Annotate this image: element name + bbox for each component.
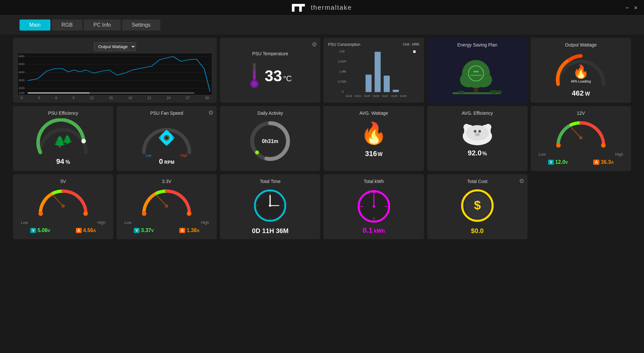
svg-text:100: 100 [19,91,24,95]
avg-wattage-title: AVG. Wattage [360,111,388,116]
tt-logo-icon [292,4,305,12]
tab-rgb[interactable]: RGB [52,20,83,31]
eff-value: 94 [56,157,64,166]
v12-title: 12V [577,111,585,116]
svg-rect-34 [366,75,372,92]
svg-rect-102 [371,190,376,193]
svg-point-79 [556,143,561,148]
kwh-svg [353,187,395,226]
output-wattage-gauge-card: Output Wattage 🔥 44% Loading 462 W [531,38,631,103]
v5-current-badge: A 4.56A [76,228,96,233]
v5-a-badge: A [76,228,82,233]
svg-text:01/28: 01/28 [391,95,397,98]
total-kwh-value: 0.1 [363,226,373,235]
psu-consumption-card: PSU Consumption Unit : kWh 2,93 2,1975 1… [323,38,424,103]
eff-unit: % [65,159,70,165]
brand: thermaltake [292,4,352,12]
ow-gauge-svg: 🔥 44% Loading [553,50,609,89]
svg-text:500: 500 [19,62,24,66]
svg-point-83 [38,211,43,216]
temp-display-value: 33 [265,67,282,85]
svg-point-63 [165,137,168,139]
svg-point-80 [601,143,606,148]
chart-area: 600 500 400 300 200 100 [18,53,212,95]
total-time-title: Total Time [260,179,281,184]
svg-text:01/24: 01/24 [355,95,362,98]
total-time-card: Total Time 0D 11H 36M [220,174,320,239]
v5-title: 5V [61,179,66,184]
total-cost-title: Total Cost [467,179,487,184]
svg-point-59 [81,139,86,143]
v33-voltage-value: 3.37V [141,228,154,233]
svg-point-68 [255,150,259,154]
tab-settings[interactable]: Settings [122,20,160,31]
v5-voltage-badge: V 5.06V [30,228,50,233]
total-cost-value: $0.0 [471,227,484,235]
psu-temp-card: PSU Temperature ⚙ 33 °C [220,38,320,103]
v5-v-badge: V [30,228,36,233]
cost-svg: $ [456,187,499,225]
bear-svg [453,118,502,148]
svg-point-86 [62,204,65,208]
svg-text:SPM: SPM [473,71,478,73]
svg-text:01/26: 01/26 [373,95,379,98]
avg-eff-value: 92.0 [468,149,482,157]
v5-high-label: High [97,220,105,225]
tab-main[interactable]: Main [20,20,50,31]
v12-voltage-value: 12.0V [555,159,568,165]
total-time-value: 0D 11H 36M [252,227,288,235]
output-wattage-gauge-title: Output Wattage [565,42,597,47]
psu-fan-gauge-card: PSU Fan Speed ⚙ Low High 0 RPM [116,106,217,171]
psu-temp-gear-icon[interactable]: ⚙ [312,41,317,48]
total-cost-card: Total Cost ⚙ $ $0.0 [427,174,528,239]
svg-text:300: 300 [19,79,24,82]
chart-dropdown[interactable]: Output Wattage [94,42,136,51]
chart-x-labels: 036 91215 182124 2730 [18,95,212,100]
v33-a-badge: A [179,228,185,233]
avg-eff-unit: % [482,151,487,157]
svg-point-55 [489,90,498,94]
clock-svg [249,187,291,225]
svg-point-54 [458,91,465,94]
cost-gear-icon[interactable]: ⚙ [519,177,524,185]
fan-gear-icon[interactable]: ⚙ [208,109,213,116]
svg-text:0h31m: 0h31m [262,138,279,144]
v5-current-value: 4.56A [83,228,96,233]
v12-current-badge: A 36.3A [593,159,613,165]
avg-eff-value-row: 92.0 % [468,149,487,157]
svg-rect-36 [384,76,390,92]
v12-card: 12V Low High V 12.0V [531,106,631,171]
tab-pcinfo[interactable]: PC Info [84,20,120,31]
avg-efficiency-card: AVG. Efficiency 92.0 % [427,106,528,171]
ow-value: 462 [572,89,584,98]
total-kwh-unit: kWh [374,228,385,234]
title-bar: thermaltake − × [0,0,644,16]
v33-card: 3.3V Low High V 3.37V A 1.38A [116,174,217,239]
minimize-button[interactable]: − [625,4,629,11]
consumption-svg: 2,93 2,1975 1,465 0,7325 0 01/23 01/24 0… [328,48,419,100]
psu-eff-gauge-card: PSU Efficiency 🌲 🌲 94 % [13,106,113,171]
v33-labels: Low High [121,220,212,225]
v33-current-value: 1.38A [186,228,199,233]
svg-point-87 [142,211,146,216]
close-button[interactable]: × [634,4,637,11]
total-kwh-title: Total kWh [364,179,384,184]
v12-v-badge: V [548,160,554,165]
chart-header: Output Wattage [18,42,212,51]
daily-activity-card: Daily Activity 0h31m [220,106,320,171]
v33-current-badge: A 1.38A [179,228,199,233]
temp-display-unit: °C [283,74,292,83]
nav-tabs: Main RGB PC Info Settings [0,16,644,34]
v33-values: V 3.37V A 1.38A [121,228,212,233]
total-kwh-value-row: 0.1 kWh [363,226,385,235]
svg-point-78 [475,133,480,136]
svg-text:🌲: 🌲 [62,134,73,145]
svg-text:2,93: 2,93 [339,50,345,53]
wattage-chart-svg: 600 500 400 300 200 100 [18,53,212,95]
v33-voltage-badge: V 3.37V [134,228,154,233]
v12-values: V 12.0V A 36.3A [535,159,626,165]
svg-point-20 [252,81,257,86]
svg-rect-3 [299,4,305,7]
svg-text:600: 600 [19,55,24,58]
fan-value-row: 0 RPM [159,157,174,166]
